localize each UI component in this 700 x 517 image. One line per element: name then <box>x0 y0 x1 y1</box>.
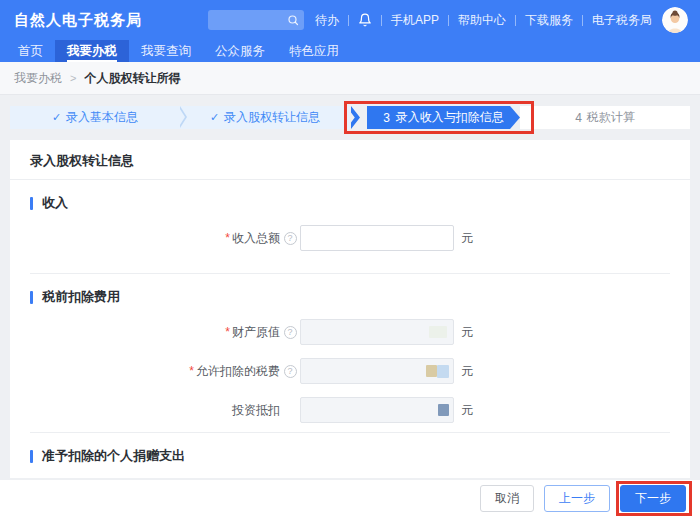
step-label: 录入收入与扣除信息 <box>396 109 504 126</box>
input-highlight-marker <box>437 365 449 378</box>
section-deduction: 税前扣除费用 <box>30 288 670 306</box>
nav-item-home[interactable]: 首页 <box>6 40 55 62</box>
divider <box>448 15 449 26</box>
section-divider <box>30 432 670 433</box>
next-step-button[interactable]: 下一步 <box>620 485 686 512</box>
section-accent-bar <box>30 450 33 463</box>
section-accent-bar <box>30 197 33 210</box>
step-label: 录入基本信息 <box>66 109 138 126</box>
field-label-text: 收入总额 <box>232 231 280 245</box>
unit-label: 元 <box>461 230 473 247</box>
step-4-tax-calc: 4 税款计算 <box>520 106 690 129</box>
investment-offset-input <box>300 397 454 423</box>
search-icon[interactable] <box>287 14 299 26</box>
nav-item-label: 特色应用 <box>289 43 339 60</box>
field-label: *收入总额 <box>10 230 280 247</box>
top-header: 自然人电子税务局 待办 手机APP 帮助中心 下载服务 电子税务局 <box>0 0 700 40</box>
field-label-text: 允许扣除的税费 <box>196 364 280 378</box>
section-divider <box>30 273 670 274</box>
check-icon: ✓ <box>52 111 61 124</box>
step-label: 录入股权转让信息 <box>224 109 320 126</box>
help-icon[interactable]: ? <box>284 365 297 378</box>
cancel-button[interactable]: 取消 <box>480 485 534 512</box>
input-highlight-marker <box>426 365 437 377</box>
search-box[interactable] <box>208 10 304 30</box>
etax-link[interactable]: 电子税务局 <box>592 12 652 29</box>
step-indicator: ✓ 录入基本信息 ✓ 录入股权转让信息 3 录入收入与扣除信息 4 税款计算 <box>10 106 690 129</box>
section-accent-bar <box>30 291 33 304</box>
main-nav: 首页 我要办税 我要查询 公众服务 特色应用 <box>0 40 700 62</box>
step-arrow-body: 3 录入收入与扣除信息 <box>367 106 520 129</box>
help-icon[interactable]: ? <box>284 326 297 339</box>
step-label: 税款计算 <box>587 109 635 126</box>
unit-label: 元 <box>461 363 473 380</box>
help-center-link[interactable]: 帮助中心 <box>458 12 506 29</box>
search-input[interactable] <box>213 14 287 26</box>
section-income: 收入 <box>30 194 670 212</box>
app-logo: 自然人电子税务局 <box>14 11 142 30</box>
divider <box>348 15 349 26</box>
input-wrap <box>300 358 454 384</box>
field-row-property-original-value: *财产原值 ? 元 <box>10 319 690 345</box>
nav-item-label: 我要办税 <box>67 43 117 60</box>
download-link[interactable]: 下载服务 <box>525 12 573 29</box>
step-3-income-deduction: 3 录入收入与扣除信息 <box>350 106 520 129</box>
step-arrow-head <box>351 106 360 129</box>
divider <box>582 15 583 26</box>
section-title: 税前扣除费用 <box>42 288 120 306</box>
breadcrumb: 我要办税 > 个人股权转让所得 <box>0 62 700 95</box>
help-slot: ? <box>280 232 300 245</box>
divider <box>381 15 382 26</box>
top-links: 待办 手机APP 帮助中心 下载服务 电子税务局 <box>315 12 652 29</box>
next-step-wrap: 下一步 <box>620 485 686 512</box>
input-wrap <box>300 319 454 345</box>
help-slot: ? <box>280 326 300 339</box>
breadcrumb-parent[interactable]: 我要办税 <box>14 70 62 87</box>
input-highlight-marker <box>429 326 447 338</box>
todo-link[interactable]: 待办 <box>315 12 339 29</box>
field-label-text: 投资抵扣 <box>232 403 280 417</box>
form-card: 录入股权转让信息 收入 *收入总额 ? 元 税前扣除费用 *财产原值 <box>10 140 690 478</box>
breadcrumb-separator: > <box>70 72 76 84</box>
field-label: *允许扣除的税费 <box>10 363 280 380</box>
nav-item-public-service[interactable]: 公众服务 <box>203 40 277 62</box>
nav-item-query[interactable]: 我要查询 <box>129 40 203 62</box>
help-icon[interactable]: ? <box>284 232 297 245</box>
page: 自然人电子税务局 待办 手机APP 帮助中心 下载服务 电子税务局 <box>0 0 700 517</box>
bell-icon[interactable] <box>358 13 372 27</box>
field-row-deductible-taxes: *允许扣除的税费 ? 元 <box>10 358 690 384</box>
step-2-transfer-info: ✓ 录入股权转让信息 <box>180 106 350 129</box>
breadcrumb-current: 个人股权转让所得 <box>84 70 180 87</box>
input-highlight-marker <box>438 404 449 416</box>
section-donation: 准予扣除的个人捐赠支出 <box>30 447 670 465</box>
unit-label: 元 <box>461 324 473 341</box>
field-row-total-income: *收入总额 ? 元 <box>10 225 690 251</box>
nav-item-tax-filing[interactable]: 我要办税 <box>55 40 129 62</box>
step-number: 4 <box>575 111 582 125</box>
field-label: 投资抵扣 <box>10 402 280 419</box>
step-number: 3 <box>383 111 390 125</box>
field-label-text: 财产原值 <box>232 325 280 339</box>
input-wrap <box>300 225 454 251</box>
nav-item-label: 首页 <box>18 43 43 60</box>
divider <box>515 15 516 26</box>
unit-label: 元 <box>461 402 473 419</box>
required-mark: * <box>189 364 194 378</box>
total-income-input[interactable] <box>300 225 454 251</box>
required-mark: * <box>225 231 230 245</box>
required-mark: * <box>225 325 230 339</box>
section-title: 准予扣除的个人捐赠支出 <box>42 447 185 465</box>
prev-step-button[interactable]: 上一步 <box>544 485 610 512</box>
card-title: 录入股权转让信息 <box>10 140 690 180</box>
step-1-basic-info: ✓ 录入基本信息 <box>10 106 180 129</box>
avatar[interactable] <box>662 7 688 33</box>
field-label: *财产原值 <box>10 324 280 341</box>
check-icon: ✓ <box>210 111 219 124</box>
field-row-investment-offset: 投资抵扣 元 <box>10 397 690 423</box>
footer-action-bar: 取消 上一步 下一步 <box>0 480 700 517</box>
nav-item-label: 我要查询 <box>141 43 191 60</box>
nav-item-label: 公众服务 <box>215 43 265 60</box>
mobile-app-link[interactable]: 手机APP <box>391 12 439 29</box>
nav-item-featured-apps[interactable]: 特色应用 <box>277 40 351 62</box>
input-wrap <box>300 397 454 423</box>
